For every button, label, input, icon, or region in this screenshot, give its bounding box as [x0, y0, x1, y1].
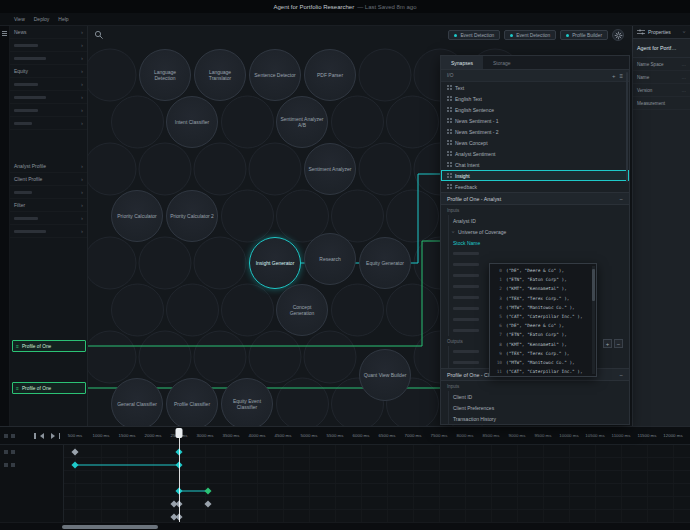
add-io-button[interactable]: + — [612, 73, 616, 79]
canvas-node[interactable]: Research — [304, 233, 356, 285]
sidebar-item[interactable]: Equity › — [10, 65, 87, 78]
playhead-handle[interactable] — [176, 428, 183, 438]
synapse-item[interactable]: English Sentence — [441, 104, 629, 115]
synapse-item[interactable]: English Text — [441, 93, 629, 104]
synapse-item[interactable]: News Sentiment - 2 — [441, 126, 629, 137]
property-row[interactable]: Version … — [633, 84, 690, 97]
stock-row[interactable]: 11 ("CAT", "Caterpillar Inc." ), — [490, 367, 596, 376]
stock-row[interactable]: 7 ("ETN", "Eaton Corp" ), — [490, 330, 596, 339]
synapse-item[interactable]: News Sentiment - 1 — [441, 115, 629, 126]
canvas-node[interactable]: Priority Calculator — [111, 190, 163, 242]
canvas-node[interactable]: Language Detection — [139, 49, 191, 101]
property-row[interactable]: Measurement — [633, 97, 690, 110]
canvas-node[interactable]: Sentiment Analyzer A/B — [276, 96, 328, 148]
panel-field[interactable]: Stock Name — [441, 237, 629, 248]
toolbar-chip[interactable]: Event Detection — [504, 30, 556, 40]
synapse-item[interactable]: Text — [441, 82, 629, 93]
sidebar-item[interactable]: › — [10, 225, 87, 238]
stock-row[interactable]: 9 ("TEX", "Terex Corp." ), — [490, 349, 596, 358]
skip-forward-button[interactable] — [51, 433, 61, 439]
panel-tabs: SynapsesStorage — [441, 56, 629, 70]
settings-gear-button[interactable] — [612, 29, 624, 41]
keyframe-diamond[interactable] — [204, 500, 211, 507]
panel-field[interactable]: Client Preferences — [441, 402, 629, 413]
canvas-node[interactable]: Sentiment Analyzer — [304, 143, 356, 195]
canvas-node[interactable]: Priority Calculator 2 — [166, 190, 218, 242]
toolbar-chip[interactable]: Event Detection — [448, 30, 500, 40]
synapse-item[interactable]: News Concept — [441, 137, 629, 148]
stock-row[interactable]: 10 ("MTW", "Manitowoc Co." ), — [490, 358, 596, 367]
stock-row[interactable]: 4 ("MTW", "Manitowoc Co." ), — [490, 303, 596, 312]
canvas-node[interactable]: Language Translator — [194, 49, 246, 101]
timeline-scrollbar[interactable] — [0, 522, 690, 530]
sidebar-item[interactable]: › — [10, 78, 87, 91]
toolbar-chip[interactable]: Profile Builder — [560, 30, 608, 40]
canvas-node[interactable]: Insight Generator — [249, 237, 301, 289]
stock-row[interactable]: 6 ("DE", "Deere & Co" ), — [490, 321, 596, 330]
hamburger-menu-icon[interactable] — [2, 31, 7, 36]
timeline-tool-icons[interactable] — [4, 434, 15, 438]
menu-item-view[interactable]: View — [14, 16, 25, 22]
keyframe-diamond[interactable] — [204, 487, 211, 494]
canvas-node[interactable]: Intent Classifier — [166, 96, 218, 148]
analyst-section-header[interactable]: Profile of One - Analyst − — [441, 192, 629, 205]
io-menu-icon[interactable]: ≡ — [619, 73, 623, 79]
sidebar-pinned-profile-of-one[interactable]: ≡ Profile of One — [12, 340, 86, 352]
stock-row[interactable]: 1 ("ETN", "Eaton Corp" ), — [490, 275, 596, 284]
canvas-node[interactable]: Quant View Builder — [359, 349, 411, 401]
scrollbar-thumb[interactable] — [62, 525, 158, 529]
panel-field[interactable] — [441, 248, 629, 259]
property-row[interactable]: Name Space … — [633, 58, 690, 71]
synapse-item[interactable]: Feedback — [441, 181, 629, 192]
canvas-node[interactable]: PDF Parser — [304, 49, 356, 101]
menu-item-help[interactable]: Help — [58, 16, 68, 22]
canvas-node[interactable]: Equity Generator — [359, 237, 411, 289]
panel-field[interactable]: › Universe of Coverage — [441, 226, 629, 237]
canvas-node[interactable]: General Classifier — [111, 378, 163, 426]
sidebar-item[interactable]: News › — [10, 26, 87, 39]
sidebar-item[interactable]: › — [10, 212, 87, 225]
sidebar-item[interactable]: › — [10, 104, 87, 117]
property-row[interactable]: Name … — [633, 71, 690, 84]
synapse-item[interactable]: Analyst Sentiment — [441, 148, 629, 159]
sidebar-item[interactable]: Analyst Profile › — [10, 160, 87, 173]
collapse-button[interactable]: − — [619, 372, 623, 378]
stock-row[interactable]: 3 ("TEX", "Terex Corp." ), — [490, 294, 596, 303]
sidebar-item[interactable]: Filter › — [10, 199, 87, 212]
stock-row[interactable]: 5 ("CAT", "Caterpillar Inc." ), — [490, 312, 596, 321]
synapse-item[interactable]: Chat Intent — [441, 159, 629, 170]
remove-button[interactable]: − — [614, 339, 623, 348]
stock-row[interactable]: 0 ("DE", "Deere & Co" ), — [490, 266, 596, 275]
stock-row[interactable]: 2 ("KMT", "Kennametal" ), — [490, 284, 596, 293]
canvas-node[interactable]: Sentence Detector — [249, 49, 301, 101]
keyframe-diamond[interactable] — [71, 448, 78, 455]
collapse-button[interactable]: − — [619, 196, 623, 202]
sidebar-item[interactable]: › — [10, 186, 87, 199]
sidebar-item[interactable]: › — [10, 39, 87, 52]
sidebar-item[interactable]: › — [10, 117, 87, 130]
tab-synapses[interactable]: Synapses — [441, 56, 483, 69]
panel-field[interactable]: Analyst ID — [441, 215, 629, 226]
sidebar-pinned-profile-of-one[interactable]: ≡ Profile of One — [12, 382, 86, 394]
keyframe-diamond[interactable] — [71, 461, 78, 468]
sidebar-item[interactable]: › — [10, 52, 87, 65]
popup-scrollbar[interactable] — [592, 266, 595, 374]
properties-header[interactable]: Properties › — [633, 26, 690, 39]
sidebar-item[interactable]: › — [10, 91, 87, 104]
canvas-node[interactable]: Concept Generation — [276, 284, 328, 336]
synapse-item[interactable]: Insight — [441, 170, 629, 181]
tab-storage[interactable]: Storage — [483, 56, 521, 69]
panel-field[interactable]: Client ID — [441, 391, 629, 402]
sidebar-item[interactable]: Client Profile › — [10, 173, 87, 186]
add-button[interactable]: + — [603, 339, 612, 348]
canvas-node[interactable]: Profile Classifier — [166, 378, 218, 426]
stock-row[interactable]: 8 ("KMT", "Kennametal" ), — [490, 340, 596, 349]
menu-item-deploy[interactable]: Deploy — [34, 16, 50, 22]
row-index: 3 — [490, 296, 502, 301]
canvas-node[interactable]: Equity Event Classifier — [221, 378, 273, 426]
playhead-line[interactable] — [179, 429, 180, 522]
skip-back-button[interactable] — [34, 433, 44, 439]
panel-scrollbar[interactable] — [626, 72, 628, 182]
panel-field[interactable]: Transaction History — [441, 413, 629, 424]
search-icon[interactable] — [94, 30, 104, 41]
